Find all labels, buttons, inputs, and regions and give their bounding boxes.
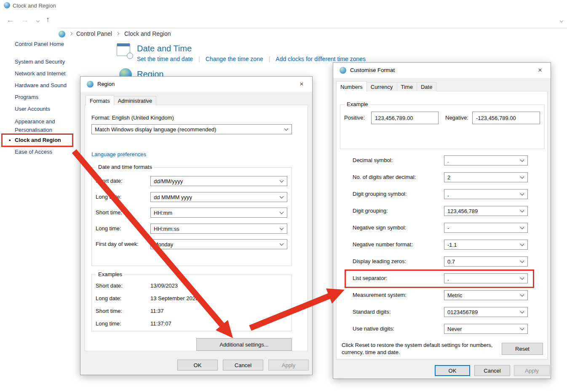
ok-button[interactable]: OK <box>177 360 218 371</box>
breadcrumb-clock-and-region[interactable]: Clock and Region <box>124 30 171 37</box>
positive-label: Positive: <box>344 115 365 121</box>
list-separator-value: , <box>447 275 449 282</box>
globe-icon <box>87 81 94 88</box>
sidebar-item-programs[interactable]: Programs <box>15 94 38 100</box>
use-native-digits-value: Never <box>447 326 462 332</box>
digit-grouping-label: Digit grouping: <box>353 208 388 214</box>
format-combobox[interactable]: Match Windows display language (recommen… <box>91 124 292 134</box>
decimal-symbol-label: Decimal symbol: <box>353 157 393 163</box>
standard-digits-label: Standard digits: <box>353 309 390 315</box>
long-date-label: Long date: <box>96 194 121 200</box>
chevron-down-icon <box>520 225 524 229</box>
chevron-down-icon <box>284 127 289 131</box>
example-group: Example <box>340 104 545 149</box>
link-separator: | <box>198 56 200 62</box>
first-day-combobox[interactable]: Monday <box>150 239 287 249</box>
chevron-down-icon <box>280 226 284 230</box>
date-time-heading[interactable]: Date and Time <box>137 44 192 53</box>
sidebar-item-appearance-personalisation[interactable]: Appearance and Personalisation <box>15 117 75 134</box>
long-date-combobox[interactable]: dd MMMM yyyy <box>150 192 287 202</box>
region-dialog-titlebar: Region × <box>80 77 312 92</box>
tab-formats[interactable]: Formats <box>86 95 114 106</box>
close-icon[interactable]: × <box>534 65 546 76</box>
customise-dialog-titlebar: Customise Format × <box>333 63 551 78</box>
chevron-down-icon <box>520 208 524 213</box>
negative-number-format-label: Negative number format: <box>353 241 413 248</box>
language-preferences-link[interactable]: Language preferences <box>91 151 146 157</box>
close-icon[interactable]: × <box>295 79 308 90</box>
measurement-system-combobox[interactable]: Metric <box>444 290 528 300</box>
reset-description: Click Reset to restore the system defaul… <box>342 341 494 356</box>
ok-button[interactable]: OK <box>435 365 470 376</box>
sidebar-item-hardware-and-sound[interactable]: Hardware and Sound <box>15 82 67 88</box>
up-button[interactable]: ↑ <box>46 16 50 23</box>
long-time-label: Long time: <box>96 225 121 232</box>
negative-example-field[interactable]: -123,456,789.00 <box>472 112 540 124</box>
globe-icon <box>340 67 346 74</box>
cancel-button[interactable]: Cancel <box>223 360 263 371</box>
digits-after-decimal-value: 2 <box>447 174 450 181</box>
breadcrumb-control-panel[interactable]: Control Panel <box>76 30 112 37</box>
negative-label: Negative: <box>445 115 468 121</box>
tab-currency[interactable]: Currency <box>366 82 397 91</box>
sidebar-item-ease-of-access[interactable]: Ease of Access <box>15 149 52 155</box>
window-title: Clock and Region <box>13 3 56 9</box>
short-time-label: Short time: <box>96 209 122 216</box>
chevron-down-icon <box>520 326 524 331</box>
short-date-label: Short date: <box>96 178 123 184</box>
digit-grouping-combobox[interactable]: 123,456,789 <box>444 206 528 216</box>
sidebar-item-system-and-security[interactable]: System and Security <box>15 59 65 65</box>
chevron-down-icon <box>520 259 524 263</box>
reset-button[interactable]: Reset <box>502 343 543 355</box>
sidebar-item-control-panel-home[interactable]: Control Panel Home <box>15 41 64 47</box>
tab-time[interactable]: Time <box>397 82 417 91</box>
cancel-button[interactable]: Cancel <box>474 365 510 376</box>
tab-date[interactable]: Date <box>417 82 436 91</box>
standard-digits-combobox[interactable]: 0123456789 <box>444 307 528 317</box>
example-long-time-label: Long time: <box>96 320 121 327</box>
short-time-combobox[interactable]: HH:mm <box>150 208 287 218</box>
negative-sign-symbol-combobox[interactable]: - <box>444 223 528 233</box>
use-native-digits-combobox[interactable]: Never <box>444 324 528 334</box>
sidebar-item-user-accounts[interactable]: User Accounts <box>15 106 50 112</box>
address-globe-icon[interactable] <box>59 31 65 37</box>
additional-settings-button[interactable]: Additional settings... <box>196 338 292 351</box>
negative-number-format-value: -1.1 <box>447 242 457 248</box>
group-title: Examples <box>96 271 124 277</box>
display-leading-zeros-label: Display leading zeros: <box>353 258 406 264</box>
digit-grouping-symbol-label: Digit grouping symbol: <box>353 191 407 197</box>
short-date-value: dd/MM/yyyy <box>154 178 183 184</box>
list-separator-combobox[interactable]: , <box>444 273 528 283</box>
negative-number-format-combobox[interactable]: -1.1 <box>444 240 528 250</box>
customise-format-dialog: Customise Format × Numbers Currency Time… <box>333 62 551 379</box>
region-tabs: Formats Administrative <box>86 95 156 105</box>
tab-numbers[interactable]: Numbers <box>336 81 367 92</box>
navigation-bar: ← → ↑ Control Panel Clock and Region <box>0 13 567 28</box>
link-change-time-zone[interactable]: Change the time zone <box>206 56 263 62</box>
decimal-symbol-combobox[interactable]: . <box>444 155 528 165</box>
chevron-down-icon <box>520 293 524 297</box>
sidebar-item-label: Clock and Region <box>15 137 61 143</box>
back-button[interactable]: ← <box>6 16 14 24</box>
link-add-clocks[interactable]: Add clocks for different time zones <box>275 56 366 62</box>
sidebar-item-clock-and-region[interactable]: • Clock and Region <box>15 137 61 143</box>
positive-example-value: 123,456,789.00 <box>375 115 413 121</box>
example-long-date-label: Long date: <box>96 295 121 301</box>
long-date-value: dd MMMM yyyy <box>154 194 192 200</box>
digits-after-decimal-label: No. of digits after decimal: <box>353 174 416 180</box>
address-menu-icon[interactable] <box>560 19 563 22</box>
sidebar-item-network-and-internet[interactable]: Network and Internet <box>15 70 66 77</box>
recent-locations-icon[interactable] <box>36 19 40 22</box>
measurement-system-value: Metric <box>447 292 462 299</box>
apply-button: Apply <box>514 365 550 376</box>
tab-administrative[interactable]: Administrative <box>114 96 157 105</box>
display-leading-zeros-combobox[interactable]: 0.7 <box>444 256 528 267</box>
positive-example-field[interactable]: 123,456,789.00 <box>371 112 439 124</box>
negative-example-value: -123,456,789.00 <box>476 115 516 121</box>
digit-grouping-symbol-combobox[interactable]: , <box>444 189 528 199</box>
forward-button[interactable]: → <box>21 16 29 24</box>
short-date-combobox[interactable]: dd/MM/yyyy <box>150 176 287 186</box>
link-set-time-and-date[interactable]: Set the time and date <box>137 56 193 62</box>
digits-after-decimal-combobox[interactable]: 2 <box>444 172 528 182</box>
long-time-combobox[interactable]: HH:mm:ss <box>150 224 287 234</box>
